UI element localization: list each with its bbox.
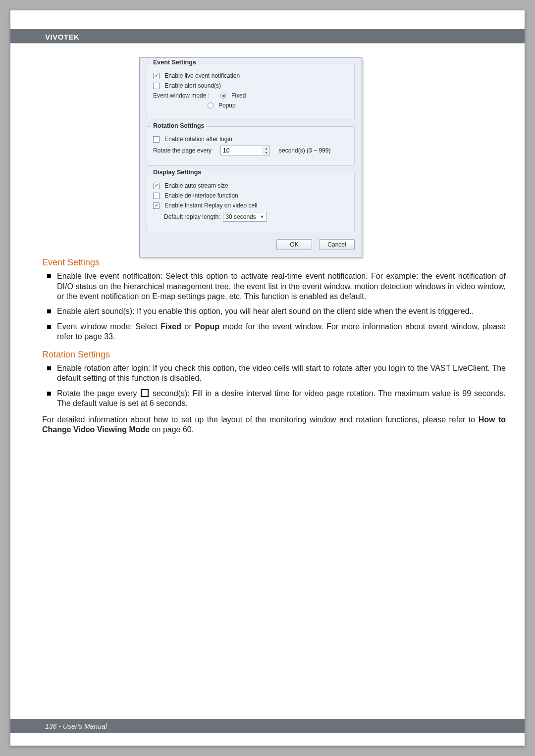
ok-button[interactable]: OK [276, 239, 312, 250]
event-window-mode-label: Event window mode : [153, 92, 210, 99]
rotation-bullet-1: Enable rotation after login: If you chec… [42, 363, 506, 384]
replay-length-select[interactable]: 30 seconds ▼ [223, 212, 267, 222]
header-strip [10, 29, 525, 43]
event-mode-popup-radio[interactable] [208, 102, 214, 108]
rotate-interval-input[interactable] [221, 146, 263, 155]
enable-live-event-checkbox[interactable] [153, 73, 160, 79]
cancel-button[interactable]: Cancel [319, 239, 355, 250]
event-mode-fixed-radio[interactable] [220, 93, 226, 99]
replay-length-value: 30 seconds [225, 213, 256, 220]
event-settings-group: Event Settings Enable live event notific… [147, 63, 355, 119]
rotation-settings-title: Rotation Settings [151, 122, 206, 129]
display-settings-group: Display Settings Enable auto stream size… [147, 173, 355, 232]
deinterlace-label: Enable de-interlace function [164, 192, 238, 199]
event-settings-title: Event Settings [151, 59, 198, 66]
enable-rotation-checkbox[interactable] [153, 136, 160, 143]
document-body: Event Settings Enable live event notific… [42, 257, 506, 437]
event-bullet-1: Enable live event notification: Select t… [42, 271, 506, 302]
enable-alert-sound-checkbox[interactable] [153, 83, 160, 89]
chevron-down-icon[interactable]: ▼ [263, 151, 269, 155]
detail-paragraph: For detailed information about how to se… [42, 415, 506, 435]
event-bullet-2: Enable alert sound(s): If you enable thi… [42, 306, 506, 316]
rotate-interval-spinner[interactable]: ▲ ▼ [220, 146, 270, 155]
event-mode-popup-label: Popup [218, 102, 236, 109]
brand-label: VIVOTEK [45, 33, 79, 41]
spinner-buttons[interactable]: ▲ ▼ [263, 146, 269, 155]
display-settings-title: Display Settings [151, 169, 203, 176]
instant-replay-label: Enable Instant Replay on video cell [164, 202, 257, 209]
rotate-interval-suffix: second(s) (3 ~ 999) [279, 147, 330, 154]
chevron-down-icon: ▼ [260, 214, 264, 219]
settings-dialog: Event Settings Enable live event notific… [139, 57, 362, 257]
rotate-every-label: Rotate the page every [153, 147, 212, 154]
page: VIVOTEK Event Settings Enable live event… [10, 10, 525, 746]
event-bullet-3: Event window mode: Select Fixed or Popup… [42, 322, 506, 342]
chevron-up-icon[interactable]: ▲ [263, 146, 269, 151]
auto-stream-checkbox[interactable] [153, 183, 160, 189]
rotation-settings-heading: Rotation Settings [42, 349, 506, 360]
replay-length-label: Default replay length: [164, 213, 220, 220]
header-divider [10, 43, 525, 44]
rotation-settings-group: Rotation Settings Enable rotation after … [147, 126, 355, 166]
blank-box-icon [141, 389, 149, 397]
footer-text: 136 - User's Manual [45, 722, 107, 730]
event-settings-heading: Event Settings [42, 257, 506, 268]
dialog-button-bar: OK Cancel [147, 239, 355, 250]
instant-replay-checkbox[interactable] [153, 202, 160, 209]
enable-rotation-label: Enable rotation after login [164, 136, 232, 143]
auto-stream-label: Enable auto stream size [164, 182, 228, 189]
rotation-bullet-2: Rotate the page every second(s): Fill in… [42, 389, 506, 409]
enable-live-event-label: Enable live event notification [164, 72, 240, 79]
enable-alert-sound-label: Enable alert sound(s) [164, 82, 221, 89]
deinterlace-checkbox[interactable] [153, 193, 160, 199]
event-mode-fixed-label: Fixed [231, 92, 246, 99]
